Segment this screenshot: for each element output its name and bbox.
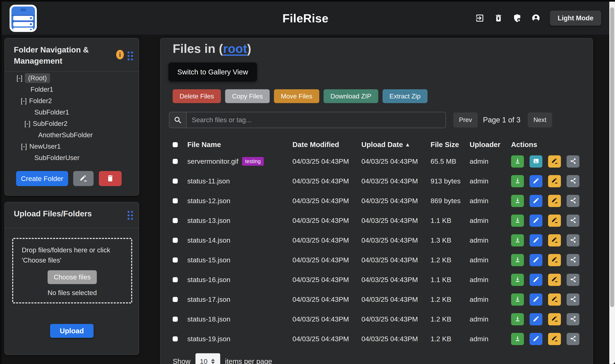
column-uploader[interactable]: Uploader	[470, 141, 511, 149]
collapse-toggle[interactable]: [-]	[21, 143, 27, 150]
items-per-page-select[interactable]: 10	[196, 353, 220, 364]
share-file-button[interactable]	[567, 254, 579, 266]
next-page-button[interactable]: Next	[528, 112, 552, 128]
download-file-button[interactable]	[511, 155, 524, 168]
restore-trash-icon[interactable]	[494, 13, 503, 23]
download-file-button[interactable]	[511, 234, 524, 247]
edit-file-button[interactable]	[530, 215, 542, 227]
download-file-button[interactable]	[511, 293, 524, 306]
share-file-button[interactable]	[567, 234, 579, 247]
collapse-toggle[interactable]: [-]	[16, 74, 22, 82]
folder-tree-item[interactable]: [-]NewUser1	[5, 141, 139, 152]
upload-button[interactable]: Upload	[50, 324, 93, 338]
drag-handle-icon[interactable]	[128, 52, 133, 60]
download-file-button[interactable]	[511, 313, 524, 325]
edit-file-button[interactable]	[530, 195, 542, 207]
row-checkbox[interactable]	[173, 277, 178, 282]
collapse-toggle[interactable]: [-]	[21, 97, 27, 105]
delete-files-button[interactable]: Delete Files	[173, 89, 221, 103]
folder-name[interactable]: Folder1	[30, 86, 53, 93]
rename-folder-button[interactable]	[73, 171, 93, 186]
select-all-checkbox[interactable]	[173, 142, 178, 147]
folder-tree-item[interactable]: SubFolderUser	[5, 152, 139, 164]
row-checkbox[interactable]	[173, 336, 178, 341]
rename-file-button[interactable]	[548, 155, 561, 168]
share-file-button[interactable]	[567, 215, 579, 227]
row-checkbox[interactable]	[173, 218, 178, 223]
admin-shield-icon[interactable]	[512, 13, 522, 23]
folder-tree-item[interactable]: [-](Root)	[5, 72, 139, 84]
folder-name[interactable]: SubFolder2	[33, 120, 67, 128]
collapse-toggle[interactable]: [-]	[24, 120, 30, 128]
rename-file-button[interactable]	[548, 313, 561, 325]
share-file-button[interactable]	[567, 175, 579, 187]
folder-name[interactable]: AnotherSubFolder	[38, 131, 93, 139]
rename-file-button[interactable]	[548, 215, 561, 227]
edit-file-button[interactable]	[530, 254, 542, 266]
row-checkbox[interactable]	[173, 317, 178, 322]
column-upload-date[interactable]: Upload Date ▲	[361, 141, 431, 149]
move-files-button[interactable]: Move Files	[274, 89, 319, 103]
folder-name[interactable]: SubFolder1	[34, 108, 69, 116]
file-name[interactable]: status-15.json	[187, 256, 230, 264]
info-icon[interactable]: i	[116, 50, 124, 59]
switch-gallery-view-button[interactable]: Switch to Gallery View	[168, 63, 257, 81]
file-name[interactable]: servermonitor.gif	[187, 157, 238, 165]
rename-file-button[interactable]	[548, 254, 561, 266]
edit-file-button[interactable]	[530, 175, 542, 187]
file-name[interactable]: status-19.json	[187, 335, 230, 343]
folder-tree-item[interactable]: SubFolder1	[5, 106, 139, 118]
copy-files-button[interactable]: Copy Files	[225, 89, 270, 103]
rename-file-button[interactable]	[548, 293, 561, 306]
filerise-logo-icon[interactable]	[10, 5, 37, 32]
row-checkbox[interactable]	[173, 297, 178, 302]
column-date-modified[interactable]: Date Modified	[292, 141, 361, 149]
download-file-button[interactable]	[511, 274, 524, 286]
edit-file-button[interactable]	[530, 313, 542, 325]
folder-tree-item[interactable]: [-]SubFolder2	[5, 118, 139, 129]
download-file-button[interactable]	[511, 333, 524, 345]
edit-file-button[interactable]	[530, 333, 542, 345]
folder-tree-item[interactable]: Folder1	[5, 84, 139, 95]
folder-tree-item[interactable]: [-]Folder2	[5, 95, 139, 106]
file-name[interactable]: status-12.json	[187, 197, 230, 205]
row-checkbox[interactable]	[173, 238, 178, 243]
share-file-button[interactable]	[567, 274, 579, 286]
scrollbar-track[interactable]	[609, 2, 615, 364]
share-file-button[interactable]	[567, 333, 579, 345]
root-folder-link[interactable]: root	[223, 42, 247, 55]
file-name[interactable]: status-13.json	[187, 217, 230, 224]
delete-folder-button[interactable]	[99, 171, 122, 186]
drag-handle-icon[interactable]	[128, 211, 133, 220]
row-checkbox[interactable]	[173, 159, 178, 164]
folder-name[interactable]: NewUser1	[29, 143, 61, 150]
row-checkbox[interactable]	[173, 179, 178, 184]
folder-name[interactable]: (Root)	[25, 73, 50, 83]
create-folder-button[interactable]: Create Folder	[16, 171, 68, 186]
rename-file-button[interactable]	[548, 195, 561, 207]
rename-file-button[interactable]	[548, 274, 561, 286]
share-file-button[interactable]	[567, 195, 579, 207]
search-input[interactable]	[186, 112, 446, 128]
file-dropzone[interactable]: Drop files/folders here or click 'Choose…	[12, 238, 132, 303]
download-file-button[interactable]	[511, 195, 524, 207]
download-zip-button[interactable]: Download ZIP	[324, 89, 378, 103]
share-file-button[interactable]	[567, 155, 579, 168]
edit-file-button[interactable]	[530, 234, 542, 247]
rename-file-button[interactable]	[548, 175, 561, 187]
column-file-size[interactable]: File Size	[431, 141, 470, 149]
row-checkbox[interactable]	[173, 258, 178, 262]
file-name[interactable]: status-17.json	[187, 296, 230, 303]
extract-zip-button[interactable]: Extract Zip	[382, 89, 428, 103]
download-file-button[interactable]	[511, 215, 524, 227]
share-file-button[interactable]	[567, 313, 579, 325]
folder-name[interactable]: SubFolderUser	[34, 154, 79, 162]
scrollbar-thumb[interactable]	[610, 7, 614, 307]
download-file-button[interactable]	[511, 175, 524, 187]
file-name[interactable]: status-18.json	[187, 315, 230, 323]
choose-files-button[interactable]: Choose files	[48, 270, 97, 284]
column-file-name[interactable]: File Name	[187, 141, 292, 149]
file-name[interactable]: status-14.json	[187, 236, 230, 244]
folder-tree-item[interactable]: AnotherSubFolder	[5, 129, 139, 141]
rename-file-button[interactable]	[548, 333, 561, 345]
